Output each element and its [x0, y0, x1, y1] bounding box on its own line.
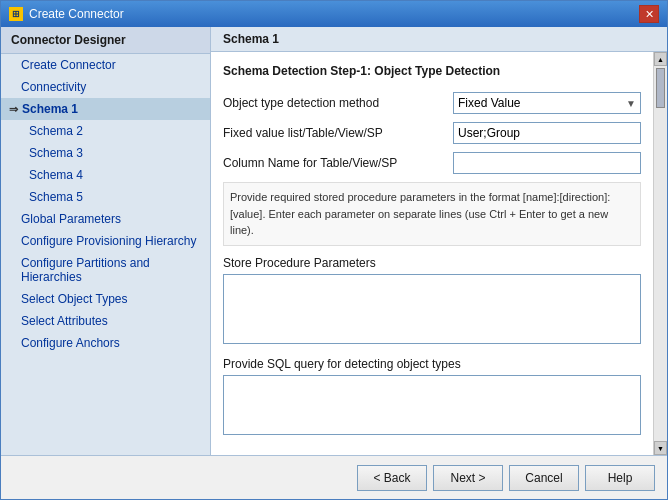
- info-text: Provide required stored procedure parame…: [223, 182, 641, 246]
- sidebar-item-schema1[interactable]: ⇒ Schema 1: [1, 98, 210, 120]
- detection-method-label: Object type detection method: [223, 96, 453, 110]
- scrollbar-up-button[interactable]: ▲: [654, 52, 667, 66]
- fixed-value-row: Fixed value list/Table/View/SP: [223, 122, 641, 144]
- sidebar-item-global-parameters[interactable]: Global Parameters: [1, 208, 210, 230]
- app-icon: ⊞: [9, 7, 23, 21]
- fixed-value-control: [453, 122, 641, 144]
- close-button[interactable]: ✕: [639, 5, 659, 23]
- column-name-label: Column Name for Table/View/SP: [223, 156, 453, 170]
- sidebar-item-configure-partitions[interactable]: Configure Partitions and Hierarchies: [1, 252, 210, 288]
- section-title: Schema Detection Step-1: Object Type Det…: [223, 64, 641, 78]
- main-window: ⊞ Create Connector ✕ Connector Designer …: [0, 0, 668, 500]
- detection-method-row: Object type detection method Fixed Value…: [223, 92, 641, 114]
- store-procedure-textarea[interactable]: [223, 274, 641, 344]
- store-procedure-label: Store Procedure Parameters: [223, 256, 641, 270]
- sidebar-item-schema2[interactable]: Schema 2: [1, 120, 210, 142]
- fixed-value-input[interactable]: [453, 122, 641, 144]
- dropdown-arrow-icon: ▼: [626, 98, 636, 109]
- main-area: Schema 1 Schema Detection Step-1: Object…: [211, 27, 667, 455]
- back-button[interactable]: < Back: [357, 465, 427, 491]
- sidebar-item-schema3[interactable]: Schema 3: [1, 142, 210, 164]
- next-button[interactable]: Next >: [433, 465, 503, 491]
- sidebar-item-schema5[interactable]: Schema 5: [1, 186, 210, 208]
- active-arrow-icon: ⇒: [9, 103, 18, 116]
- content-area: Connector Designer Create Connector Conn…: [1, 27, 667, 455]
- help-button[interactable]: Help: [585, 465, 655, 491]
- schema1-label: Schema 1: [22, 102, 78, 116]
- column-name-input[interactable]: [453, 152, 641, 174]
- scrollbar[interactable]: ▲ ▼: [653, 52, 667, 455]
- window-title: Create Connector: [29, 7, 124, 21]
- cancel-button[interactable]: Cancel: [509, 465, 579, 491]
- main-header: Schema 1: [211, 27, 667, 52]
- footer: < Back Next > Cancel Help: [1, 455, 667, 499]
- column-name-control: [453, 152, 641, 174]
- sidebar-item-configure-anchors[interactable]: Configure Anchors: [1, 332, 210, 354]
- detection-method-dropdown[interactable]: Fixed Value ▼: [453, 92, 641, 114]
- sidebar-item-create-connector[interactable]: Create Connector: [1, 54, 210, 76]
- sidebar-header: Connector Designer: [1, 27, 210, 54]
- sidebar-item-schema4[interactable]: Schema 4: [1, 164, 210, 186]
- column-name-row: Column Name for Table/View/SP: [223, 152, 641, 174]
- title-bar: ⊞ Create Connector ✕: [1, 1, 667, 27]
- sidebar-item-connectivity[interactable]: Connectivity: [1, 76, 210, 98]
- scrollbar-thumb[interactable]: [656, 68, 665, 108]
- detection-method-value: Fixed Value: [458, 96, 520, 110]
- fixed-value-label: Fixed value list/Table/View/SP: [223, 126, 453, 140]
- detection-method-control: Fixed Value ▼: [453, 92, 641, 114]
- title-bar-left: ⊞ Create Connector: [9, 7, 124, 21]
- sidebar-item-configure-provisioning[interactable]: Configure Provisioning Hierarchy: [1, 230, 210, 252]
- sql-label: Provide SQL query for detecting object t…: [223, 357, 641, 371]
- sidebar: Connector Designer Create Connector Conn…: [1, 27, 211, 455]
- scrollbar-down-button[interactable]: ▼: [654, 441, 667, 455]
- sidebar-item-select-object-types[interactable]: Select Object Types: [1, 288, 210, 310]
- sidebar-item-select-attributes[interactable]: Select Attributes: [1, 310, 210, 332]
- main-content: Schema Detection Step-1: Object Type Det…: [211, 52, 653, 455]
- sql-textarea[interactable]: [223, 375, 641, 435]
